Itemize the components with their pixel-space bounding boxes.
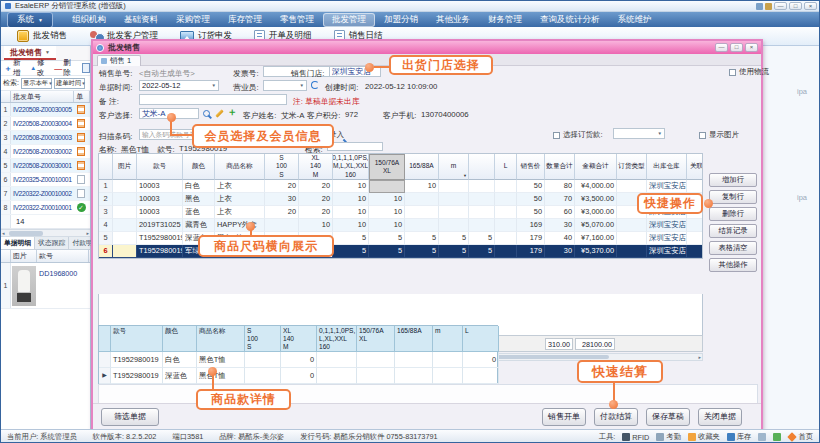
column-header[interactable]: 150/76A XL: [369, 154, 405, 180]
column-header[interactable]: 165/88A: [395, 326, 433, 352]
grid-cell[interactable]: HAPPY外套: [215, 219, 265, 232]
menu-item-11[interactable]: 系统维护: [608, 13, 660, 27]
grid-cell[interactable]: T1952980019: [137, 232, 183, 245]
column-header[interactable]: 出库仓库: [647, 154, 687, 180]
grid-cell[interactable]: 白色: [163, 352, 197, 368]
grid-cell[interactable]: [439, 206, 469, 219]
grid-cell[interactable]: 10003: [137, 180, 183, 193]
dialog-titlebar[interactable]: 批发销售 — □ ×: [93, 41, 761, 54]
grid-cell[interactable]: 5: [333, 232, 369, 245]
row-button-表格清空[interactable]: 表格清空: [709, 241, 757, 255]
tool-首页[interactable]: 首页: [788, 432, 813, 442]
grid-cell[interactable]: 5: [99, 232, 113, 245]
column-header[interactable]: [99, 154, 113, 180]
grid-cell[interactable]: 黑色: [183, 193, 215, 206]
list-item[interactable]: 1IV220508-Z00030005: [1, 103, 90, 117]
grid-cell[interactable]: [395, 352, 433, 368]
column-header[interactable]: S 100 S: [245, 326, 281, 352]
grid-cell[interactable]: [395, 368, 433, 384]
grid-cell[interactable]: 50: [517, 193, 545, 206]
grid-cell[interactable]: 5: [405, 232, 439, 245]
grid-cell[interactable]: [433, 352, 463, 368]
list-item[interactable]: 5IV220508-Z00030001: [1, 159, 90, 173]
tab-状态跟踪[interactable]: 状态跟踪: [35, 237, 69, 249]
tool-库存[interactable]: 库存: [727, 432, 752, 442]
grid-cell[interactable]: 10: [333, 206, 369, 219]
tool-grid-icon[interactable]: [758, 432, 766, 442]
grid-cell[interactable]: 5: [369, 232, 405, 245]
grid-cell[interactable]: 60: [545, 206, 575, 219]
dialog-maximize-button[interactable]: □: [730, 43, 743, 52]
column-header[interactable]: m: [433, 326, 463, 352]
grid-cell[interactable]: 2019T31025: [137, 219, 183, 232]
grid-cell[interactable]: ¥7,160.00: [575, 232, 617, 245]
table-row[interactable]: 310003蓝色上衣202010105060¥3,000.00深圳宝安店: [99, 206, 702, 219]
grid-cell[interactable]: [495, 245, 517, 258]
scroll-right-icon[interactable]: ▸: [698, 354, 701, 360]
horizontal-scrollbar[interactable]: ◂ ▸: [1, 229, 90, 237]
grid-cell[interactable]: 179: [517, 245, 545, 258]
column-header[interactable]: 颜色: [163, 326, 197, 352]
column-header[interactable]: m▼: [439, 154, 469, 180]
grid-cell[interactable]: 10: [369, 206, 405, 219]
grid-cell[interactable]: 1: [99, 180, 113, 193]
delete-button[interactable]: —删除: [54, 58, 76, 78]
close-button[interactable]: ×: [804, 2, 817, 10]
grid-cell[interactable]: 5: [439, 245, 469, 258]
grid-cell[interactable]: [265, 219, 299, 232]
grid-cell[interactable]: [469, 219, 495, 232]
column-header[interactable]: 订货类型: [617, 154, 647, 180]
footer-button-付款结算[interactable]: 付款结算: [594, 408, 638, 426]
grid-cell[interactable]: 0: [463, 352, 499, 368]
grid-cell[interactable]: 10: [333, 193, 369, 206]
grid-cell[interactable]: 2: [99, 193, 113, 206]
order-goods-checkbox[interactable]: 选择订货款:: [553, 130, 603, 140]
grid-cell[interactable]: 10: [299, 219, 333, 232]
grid-cell[interactable]: [439, 193, 469, 206]
grid-cell[interactable]: [317, 368, 357, 384]
footer-button-销售开单[interactable]: 销售开单: [542, 408, 586, 426]
grid-cell[interactable]: 藏青色: [183, 219, 215, 232]
grid-cell[interactable]: [687, 180, 703, 193]
refresh-icon[interactable]: [311, 81, 319, 89]
grid-cell[interactable]: 0: [281, 352, 317, 368]
grid-cell[interactable]: [113, 180, 137, 193]
notification-icon[interactable]: [756, 3, 763, 10]
grid-cell[interactable]: [495, 206, 517, 219]
list-item[interactable]: 7IV220322-Z00010002: [1, 187, 90, 201]
table-row[interactable]: 5T1952980019深蓝色黑色T恤1055555517940¥7,160.0…: [99, 232, 702, 245]
column-header[interactable]: S 100 S: [265, 154, 299, 180]
grid-cell[interactable]: [439, 180, 469, 193]
grid-cell[interactable]: 10: [369, 193, 405, 206]
column-header[interactable]: 款号: [137, 154, 183, 180]
grid-cell[interactable]: T1952980019: [111, 368, 163, 384]
list-item[interactable]: 2IV220508-Z00030004: [1, 117, 90, 131]
grid-cell[interactable]: T1952980019: [111, 352, 163, 368]
grid-cell[interactable]: 70: [545, 193, 575, 206]
list-item[interactable]: 3IV220508-Z00030003: [1, 131, 90, 145]
tool-screen-icon[interactable]: [773, 432, 781, 442]
grid-cell[interactable]: [245, 352, 281, 368]
clerk-select[interactable]: ▼: [263, 80, 307, 91]
grid-cell[interactable]: 深圳宝安店: [647, 219, 687, 232]
column-header[interactable]: L: [463, 326, 499, 352]
grid-cell[interactable]: [463, 368, 499, 384]
column-header[interactable]: 数量合计: [545, 154, 575, 180]
grid-cell[interactable]: 50: [517, 180, 545, 193]
menu-item-6[interactable]: 批发管理: [323, 13, 375, 27]
menu-system-button[interactable]: 系统▼: [7, 12, 53, 28]
grid-cell[interactable]: 6: [99, 245, 113, 258]
grid-search-input[interactable]: [327, 142, 383, 151]
menu-item-9[interactable]: 财务管理: [479, 13, 531, 27]
table-row[interactable]: 210003黑色上衣302010105070¥3,500.00深圳宝安店: [99, 193, 702, 206]
remark-input[interactable]: [139, 94, 287, 105]
row-button-增加行[interactable]: 增加行: [709, 173, 757, 187]
grid-cell[interactable]: ¥4,000.00: [575, 180, 617, 193]
grid-cell[interactable]: [405, 193, 439, 206]
grid-cell[interactable]: 20: [299, 193, 333, 206]
grid-cell[interactable]: [439, 219, 469, 232]
filter-icon[interactable]: ▼: [463, 173, 467, 178]
column-header[interactable]: [99, 326, 111, 352]
filter-year-select[interactable]: 显示本年▼: [21, 78, 52, 89]
grid-cell[interactable]: [495, 219, 517, 232]
